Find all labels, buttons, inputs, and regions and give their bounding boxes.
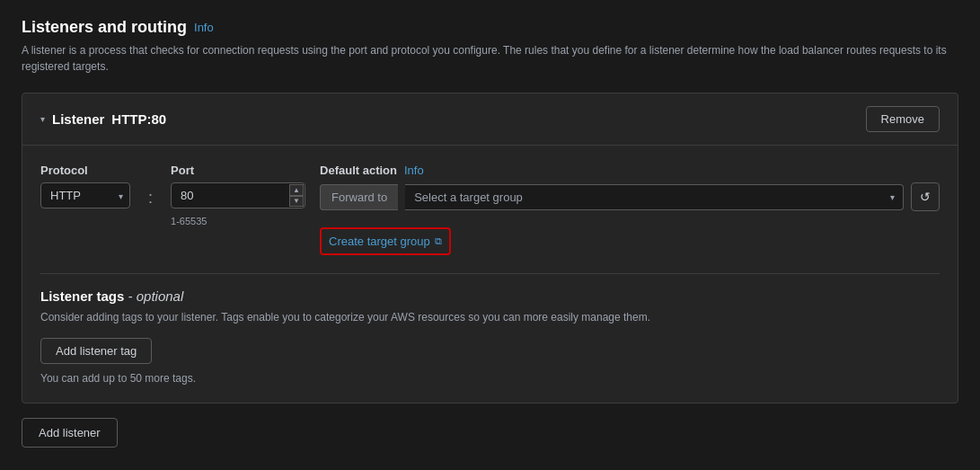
tags-title: Listener tags - optional	[40, 288, 940, 304]
port-input-wrapper: ▲ ▼	[171, 182, 305, 208]
port-field-group: Port ▲ ▼ 1-65535	[171, 164, 305, 226]
add-listener-tag-button[interactable]: Add listener tag	[40, 338, 152, 364]
target-group-select[interactable]: Select a target group	[405, 184, 904, 210]
protocol-field-group: Protocol HTTP HTTPS ▾	[40, 164, 130, 208]
forward-to-label: Forward to	[320, 184, 398, 210]
create-target-link-box: Create target group ⧉	[320, 227, 451, 255]
listener-card-header: ▾ Listener HTTP:80 Remove	[22, 93, 958, 146]
default-action-info-link[interactable]: Info	[404, 164, 424, 177]
listener-card: ▾ Listener HTTP:80 Remove Protocol HTTP …	[22, 93, 958, 403]
remove-button[interactable]: Remove	[866, 106, 940, 132]
listener-label-text: Listener	[52, 111, 104, 127]
tags-title-text: Listener tags	[40, 288, 124, 304]
port-spinners: ▲ ▼	[289, 184, 304, 207]
section-description: A listener is a process that checks for …	[22, 42, 958, 75]
target-group-select-wrapper: Select a target group ▾	[405, 184, 904, 210]
create-target-group-label: Create target group	[329, 235, 430, 248]
default-action-label-row: Default action Info	[320, 164, 940, 177]
protocol-select-wrapper: HTTP HTTPS ▾	[40, 182, 130, 208]
external-link-icon: ⧉	[435, 235, 442, 247]
refresh-button[interactable]: ↺	[911, 182, 940, 211]
default-action-label: Default action	[320, 164, 397, 177]
add-listener-button[interactable]: Add listener	[22, 418, 118, 448]
default-action-controls: Forward to Select a target group ▾ ↺	[320, 182, 940, 211]
default-action-group: Default action Info Forward to Select a …	[320, 164, 940, 255]
port-spinner-up[interactable]: ▲	[289, 184, 304, 196]
page-title: Listeners and routing	[22, 18, 187, 37]
listener-protocol-port: HTTP:80	[111, 111, 166, 127]
create-target-group-link[interactable]: Create target group ⧉	[329, 235, 442, 248]
port-label: Port	[171, 164, 305, 177]
chevron-down-icon[interactable]: ▾	[40, 114, 45, 124]
listener-body: Protocol HTTP HTTPS ▾ : Port	[22, 146, 958, 403]
port-range-label: 1-65535	[171, 216, 305, 226]
port-spinner-down[interactable]: ▼	[289, 196, 304, 208]
fields-row: Protocol HTTP HTTPS ▾ : Port	[40, 164, 940, 255]
protocol-select[interactable]: HTTP HTTPS	[40, 182, 130, 208]
tags-note: You can add up to 50 more tags.	[40, 372, 196, 385]
refresh-icon: ↺	[920, 190, 931, 204]
section-header: Listeners and routing Info	[22, 18, 958, 37]
port-input[interactable]	[171, 182, 305, 208]
colon-separator: :	[145, 189, 156, 208]
tags-optional-label: - optional	[128, 288, 184, 304]
listener-title-row: ▾ Listener HTTP:80	[40, 111, 166, 127]
tags-section: Listener tags - optional Consider adding…	[40, 273, 940, 385]
page-info-link[interactable]: Info	[194, 21, 214, 34]
tags-description: Consider adding tags to your listener. T…	[40, 309, 940, 325]
add-listener-section: Add listener	[22, 418, 958, 448]
create-target-group-wrapper: Create target group ⧉	[320, 220, 940, 255]
protocol-label: Protocol	[40, 164, 130, 177]
